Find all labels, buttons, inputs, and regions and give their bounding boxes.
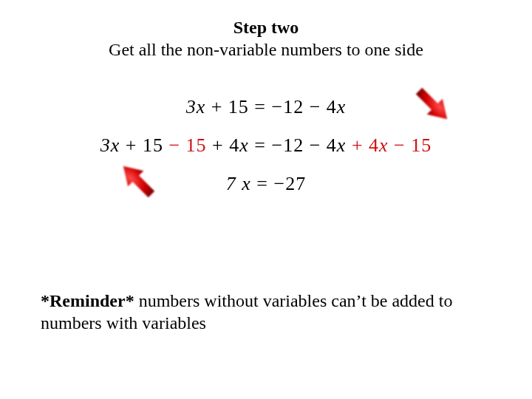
eq2-c: + 4 — [207, 134, 240, 156]
eq2-r1: − 15 — [163, 134, 207, 156]
eq3-x1: x — [242, 173, 251, 194]
equation-line-3: 7 x = −27 — [0, 173, 532, 195]
eq2-x1: x — [111, 134, 120, 156]
eq1-mid: + 15 = −12 − 4 — [205, 96, 337, 117]
step-title: Step two — [233, 18, 299, 37]
eq2-a: 3 — [100, 134, 111, 156]
svg-marker-1 — [117, 160, 160, 202]
eq2-b: + 15 — [120, 134, 163, 156]
eq2-x3: x — [337, 134, 347, 156]
reminder-label: *Reminder* — [41, 291, 134, 310]
eq2-d: = −12 − 4 — [249, 134, 337, 156]
eq2-x4: x — [379, 134, 389, 156]
eq3-b: = −27 — [251, 173, 306, 194]
heading-block: Step two Get all the non-variable number… — [0, 16, 532, 61]
svg-marker-0 — [411, 83, 454, 126]
eq3-a: 7 — [226, 173, 242, 194]
step-subtitle: Get all the non-variable numbers to one … — [109, 40, 423, 59]
eq1-var2: x — [337, 96, 347, 117]
eq1-coef1: 3 — [186, 96, 197, 117]
equation-line-2: 3x + 15 − 15 + 4x = −12 − 4x + 4x − 15 — [0, 134, 532, 157]
slide: Step two Get all the non-variable number… — [0, 0, 532, 399]
arrow-down-left-icon — [409, 81, 454, 126]
arrow-up-right-icon — [117, 160, 161, 204]
eq2-x2: x — [239, 134, 249, 156]
eq2-r2: + 4 — [346, 134, 379, 156]
eq1-var1: x — [197, 96, 206, 117]
reminder-text: *Reminder* numbers without variables can… — [41, 290, 484, 334]
eq2-r3: − 15 — [389, 134, 432, 156]
